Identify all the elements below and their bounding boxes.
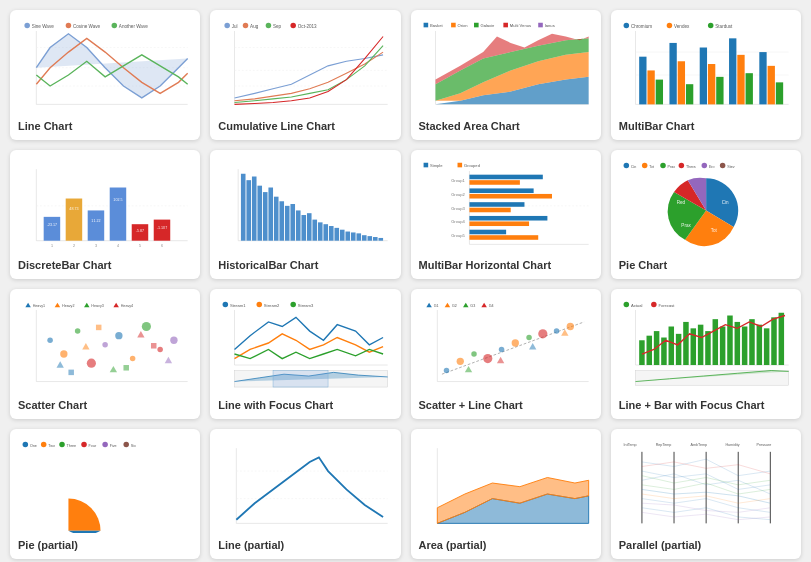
svg-rect-12 [218, 20, 392, 112]
partial-line-label: Line (partial) [218, 539, 392, 551]
partial-line-preview [218, 437, 392, 533]
svg-text:Actual: Actual [631, 304, 643, 309]
card-stacked-area-chart[interactable]: Basket Orion Galaxie Multi Venus Ianus [411, 10, 601, 140]
svg-text:IntTemp: IntTemp [623, 443, 636, 447]
svg-point-191 [223, 302, 229, 308]
svg-text:Ero: Ero [709, 165, 715, 169]
svg-text:One: One [30, 444, 37, 448]
svg-text:Six: Six [131, 444, 136, 448]
svg-rect-139 [469, 221, 529, 226]
svg-rect-60 [699, 48, 706, 105]
historicalbar-preview [218, 158, 392, 254]
svg-text:Grouped: Grouped [463, 163, 480, 168]
svg-rect-66 [759, 52, 766, 104]
svg-rect-130 [469, 180, 519, 185]
svg-text:Forecast: Forecast [658, 304, 675, 309]
svg-point-1 [24, 23, 30, 29]
svg-rect-141 [469, 229, 506, 234]
scatter-preview: Heavy1 Heavy2 Heavy3 Heavy4 [18, 297, 192, 393]
svg-rect-73 [44, 217, 61, 241]
svg-text:2: 2 [73, 244, 75, 248]
card-line-focus-chart[interactable]: Stream1 Stream2 Stream3 Line with Focus … [210, 289, 400, 419]
line-focus-preview: Stream1 Stream2 Stream3 [218, 297, 392, 393]
svg-rect-116 [362, 235, 367, 241]
svg-point-260 [59, 442, 65, 448]
svg-point-15 [243, 23, 249, 29]
svg-rect-250 [756, 325, 762, 365]
card-multibar-horizontal-chart[interactable]: Simple Grouped Group1 Group2 Group3 Grou… [411, 150, 601, 280]
card-partial-area[interactable]: Area (partial) [411, 429, 601, 559]
svg-rect-240 [683, 322, 689, 365]
svg-rect-252 [771, 318, 777, 366]
svg-rect-239 [676, 334, 682, 365]
svg-rect-243 [705, 332, 711, 366]
svg-point-172 [60, 351, 67, 358]
svg-text:11.22: 11.22 [91, 219, 100, 223]
line-focus-label: Line with Focus Chart [218, 399, 392, 411]
multibar-horizontal-label: MultiBar Horizontal Chart [419, 259, 593, 271]
card-multibar-chart[interactable]: Chromium Vendex Stardust [611, 10, 801, 140]
svg-point-178 [142, 322, 151, 331]
card-historicalbar-chart[interactable]: HistoricalBar Chart [210, 150, 400, 280]
card-scatter-line-chart[interactable]: G1 G2 G3 G4 [411, 289, 601, 419]
svg-text:4: 4 [117, 244, 119, 248]
card-scatter-chart[interactable]: Heavy1 Heavy2 Heavy3 Heavy4 [10, 289, 200, 419]
svg-text:Heavy1: Heavy1 [33, 305, 45, 309]
card-line-chart[interactable]: Sine Wave Cosine Wave Another Wave [10, 10, 200, 140]
card-partial-pie[interactable]: One Two Three Four Five Six Pie (partial… [10, 429, 200, 559]
svg-point-266 [123, 442, 129, 448]
svg-rect-255 [18, 439, 192, 531]
card-partial-parallel[interactable]: IntTemp RepTemp AmbTemp Humidity Pressur… [611, 429, 801, 559]
svg-point-262 [81, 442, 87, 448]
svg-text:Galaxie: Galaxie [480, 23, 495, 28]
svg-rect-142 [469, 235, 538, 240]
svg-rect-68 [776, 82, 783, 104]
svg-point-152 [701, 162, 707, 168]
svg-rect-64 [737, 55, 744, 105]
svg-point-258 [41, 442, 47, 448]
svg-text:Stream3: Stream3 [298, 304, 314, 309]
svg-rect-188 [123, 365, 129, 371]
scatter-line-label: Scatter + Line Chart [419, 399, 593, 411]
svg-rect-100 [274, 196, 279, 240]
svg-point-3 [66, 23, 72, 29]
svg-rect-88 [154, 219, 171, 240]
discretebar-preview: -23.17 1 48.73 2 11.22 3 102.5 4 -5.87 5… [18, 158, 192, 254]
svg-text:G4: G4 [488, 305, 493, 309]
svg-text:Cin: Cin [631, 165, 637, 169]
card-line-bar-focus-chart[interactable]: Actual Forecast [611, 289, 801, 419]
card-partial-line[interactable]: Line (partial) [210, 429, 400, 559]
svg-text:3: 3 [95, 244, 97, 248]
partial-area-preview [419, 437, 593, 533]
chart-grid: Sine Wave Cosine Wave Another Wave [10, 10, 801, 559]
card-discretebar-chart[interactable]: -23.17 1 48.73 2 11.22 3 102.5 4 -5.87 5… [10, 150, 200, 280]
svg-rect-31 [474, 23, 479, 28]
svg-text:Tot: Tot [710, 227, 717, 232]
svg-text:6: 6 [161, 244, 163, 248]
svg-point-195 [291, 302, 297, 308]
svg-text:Group3: Group3 [451, 205, 465, 210]
svg-text:Four: Four [89, 444, 97, 448]
svg-rect-245 [720, 327, 726, 366]
svg-rect-59 [686, 84, 693, 104]
svg-point-179 [157, 347, 163, 353]
svg-rect-76 [66, 198, 83, 240]
svg-rect-251 [764, 329, 770, 366]
partial-pie-label: Pie (partial) [18, 539, 192, 551]
svg-text:Thera: Thera [686, 165, 697, 169]
svg-rect-56 [655, 80, 662, 105]
svg-text:-23.17: -23.17 [47, 223, 57, 227]
svg-point-218 [511, 340, 518, 347]
card-cumulative-line-chart[interactable]: Jul Aug Sep Oct-2013 Cumulative Line Cha… [210, 10, 400, 140]
svg-point-217 [498, 347, 504, 353]
svg-point-175 [102, 343, 108, 349]
svg-text:Heavy3: Heavy3 [91, 305, 103, 309]
card-pie-chart[interactable]: Cin Tot Prax Thera Ero Stev [611, 150, 801, 280]
partial-area-label: Area (partial) [419, 539, 593, 551]
svg-rect-246 [727, 316, 733, 366]
svg-point-154 [720, 162, 726, 168]
svg-point-221 [553, 329, 559, 335]
svg-rect-65 [745, 73, 752, 104]
svg-text:Humidity: Humidity [725, 443, 739, 447]
svg-rect-99 [269, 187, 274, 240]
